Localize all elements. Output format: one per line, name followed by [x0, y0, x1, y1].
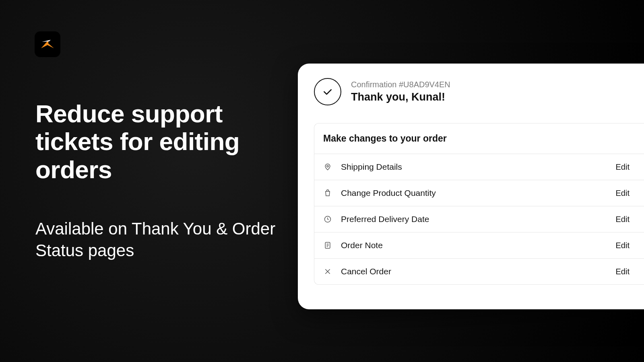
row-change-quantity[interactable]: Change Product Quantity Edit — [314, 180, 644, 206]
logo-icon — [39, 36, 56, 52]
edit-label: Edit — [616, 215, 630, 224]
row-shipping-details[interactable]: Shipping Details Edit — [314, 154, 644, 180]
row-cancel-order[interactable]: Cancel Order Edit — [314, 258, 644, 284]
note-icon — [323, 241, 332, 250]
row-order-note[interactable]: Order Note Edit — [314, 232, 644, 258]
edit-label: Edit — [616, 162, 630, 172]
edit-label: Edit — [616, 189, 630, 198]
order-changes-panel: Make changes to your order Shipping Deta… — [314, 123, 644, 285]
check-circle-icon — [314, 78, 341, 105]
row-label: Shipping Details — [341, 162, 607, 172]
headline: Reduce support tickets for editing order… — [35, 100, 277, 183]
row-label: Change Product Quantity — [341, 188, 607, 198]
confirmation-header: Confirmation #U8AD9V4EN Thank you, Kunal… — [314, 78, 644, 105]
row-delivery-date[interactable]: Preferred Delivery Date Edit — [314, 206, 644, 232]
confirmation-code: Confirmation #U8AD9V4EN — [351, 80, 450, 89]
row-label: Cancel Order — [341, 267, 607, 276]
edit-label: Edit — [616, 241, 630, 250]
shopping-bag-icon — [323, 189, 332, 197]
app-logo — [35, 31, 60, 57]
subheadline: Available on Thank You & Order Status pa… — [35, 218, 285, 261]
location-pin-icon — [323, 162, 332, 171]
clock-icon — [323, 215, 332, 224]
svg-point-0 — [327, 165, 328, 167]
order-card: Confirmation #U8AD9V4EN Thank you, Kunal… — [298, 64, 644, 309]
thank-you-text: Thank you, Kunal! — [351, 91, 450, 103]
edit-label: Edit — [616, 267, 630, 276]
row-label: Preferred Delivery Date — [341, 214, 607, 224]
close-icon — [323, 267, 332, 276]
row-label: Order Note — [341, 241, 607, 250]
panel-title: Make changes to your order — [314, 123, 644, 154]
